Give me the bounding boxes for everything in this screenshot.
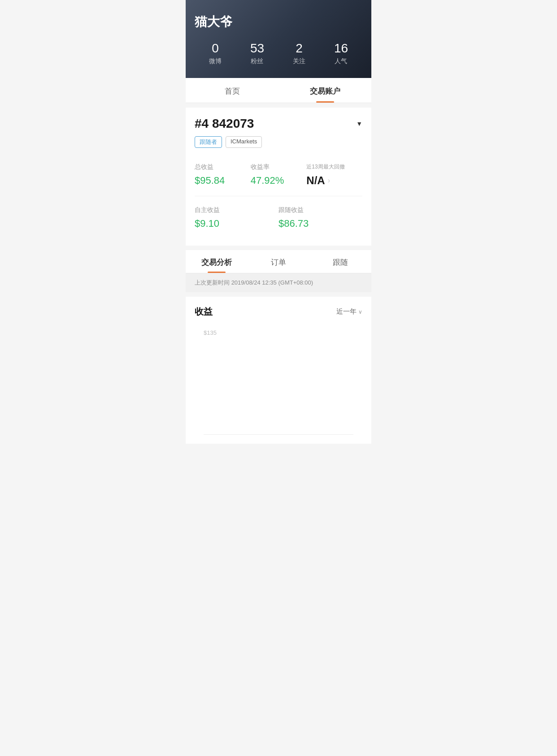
sub-tab-follow[interactable]: 跟随 (309, 250, 371, 273)
stat-popularity-label: 人气 (334, 57, 348, 65)
sub-tabs: 交易分析 订单 跟随 (186, 250, 371, 273)
stat-popularity[interactable]: 16 人气 (334, 41, 348, 65)
self-profit-label: 自主收益 (195, 206, 278, 214)
tag-broker: ICMarkets (226, 136, 262, 148)
total-profit-label: 总收益 (195, 163, 251, 171)
follow-profit-value: $86.73 (278, 218, 362, 229)
stat-follow-value: 2 (293, 41, 305, 56)
profit-rate-cell: 收益率 47.92% (251, 159, 307, 194)
tab-trading-account[interactable]: 交易账户 (278, 78, 371, 103)
main-tabs: 首页 交易账户 (186, 78, 371, 103)
profile-name: 猫大爷 (195, 13, 362, 30)
income-header: 收益 近一年 ∨ (195, 306, 362, 318)
total-profit-cell: 总收益 $95.84 (195, 159, 251, 194)
row-divider (195, 196, 362, 196)
chart-placeholder (195, 363, 362, 435)
follow-profit-label: 跟随收益 (278, 206, 362, 214)
max-drawdown-cell[interactable]: 近13周最大回撤 N/A › (306, 159, 362, 194)
account-section: #4 842073 ▼ 跟随者 ICMarkets 总收益 $95.84 收益率… (186, 108, 371, 246)
total-profit-value: $95.84 (195, 175, 251, 186)
sub-tab-orders[interactable]: 订单 (248, 250, 309, 273)
arrow-right-icon: › (328, 177, 330, 185)
stat-fans[interactable]: 53 粉丝 (250, 41, 264, 65)
max-drawdown-label: 近13周最大回撤 (306, 163, 362, 171)
profile-header: 猫大爷 0 微博 53 粉丝 2 关注 16 人气 (186, 0, 371, 78)
profile-stats-row: 0 微博 53 粉丝 2 关注 16 人气 (195, 41, 362, 65)
stat-weibo[interactable]: 0 微博 (209, 41, 222, 65)
stat-follow[interactable]: 2 关注 (293, 41, 305, 65)
update-time-datetime: 2019/08/24 12:35 (GMT+08:00) (231, 279, 313, 286)
profit-rate-value: 47.92% (251, 175, 307, 186)
stat-fans-label: 粉丝 (250, 57, 264, 65)
follow-profit-cell: 跟随收益 $86.73 (278, 202, 362, 237)
stat-weibo-label: 微博 (209, 57, 222, 65)
profit-rate-label: 收益率 (251, 163, 307, 171)
income-title: 收益 (195, 306, 213, 318)
update-time-bar: 上次更新时间 2019/08/24 12:35 (GMT+08:00) (186, 273, 371, 292)
income-section: 收益 近一年 ∨ $135 (186, 297, 371, 444)
chart-area: $135 (195, 325, 362, 444)
chevron-down-icon[interactable]: ▼ (356, 120, 362, 127)
tag-follower: 跟随者 (195, 136, 222, 148)
metrics-grid: 总收益 $95.84 收益率 47.92% 近13周最大回撤 N/A › 自主收… (195, 159, 362, 246)
account-tags: 跟随者 ICMarkets (195, 136, 362, 148)
period-selector[interactable]: 近一年 ∨ (336, 307, 362, 316)
chart-baseline (204, 434, 353, 435)
stat-weibo-value: 0 (209, 41, 222, 56)
account-id: #4 842073 (195, 117, 254, 131)
update-time-prefix: 上次更新时间 (195, 279, 230, 286)
chart-y-label: $135 (195, 329, 362, 363)
self-profit-cell: 自主收益 $9.10 (195, 202, 278, 237)
self-profit-value: $9.10 (195, 218, 278, 229)
chevron-down-period-icon: ∨ (358, 309, 362, 315)
sub-tab-analysis[interactable]: 交易分析 (186, 250, 248, 273)
stat-popularity-value: 16 (334, 41, 348, 56)
account-header: #4 842073 ▼ (195, 117, 362, 131)
stat-fans-value: 53 (250, 41, 264, 56)
max-drawdown-value: N/A (306, 174, 325, 187)
period-label: 近一年 (336, 307, 357, 316)
stat-follow-label: 关注 (293, 57, 305, 65)
tab-home[interactable]: 首页 (186, 78, 278, 103)
